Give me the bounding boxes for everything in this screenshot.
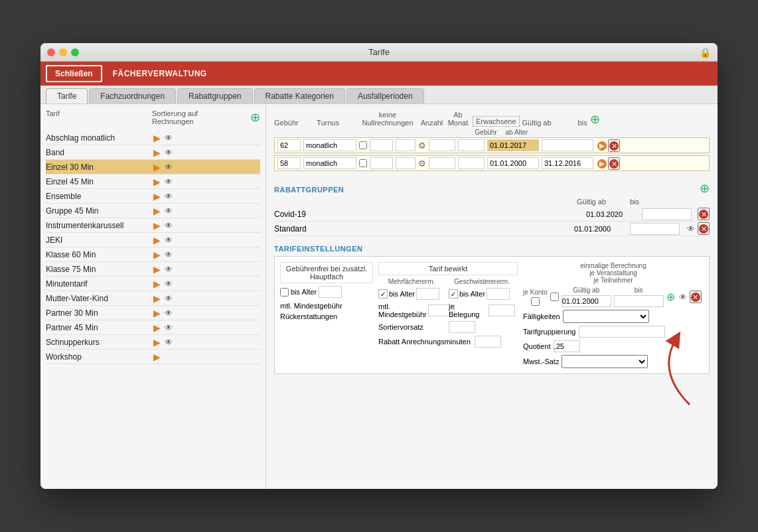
ab-monat-input[interactable] [396, 139, 416, 151]
eye-icon[interactable]: 👁 [163, 206, 174, 216]
navigate-icon[interactable]: ▶ [152, 191, 162, 202]
gultig-ab-header-label: Gültig ab [522, 119, 552, 127]
navigate-icon[interactable]: ▶ [152, 147, 162, 158]
eye-icon[interactable]: 👁 [163, 220, 174, 231]
navigate-icon[interactable]: ▶ [152, 308, 162, 318]
sortiervorsatz-input[interactable] [449, 321, 475, 333]
gebuhr-input[interactable] [277, 139, 301, 151]
bis-alter-value1[interactable] [319, 286, 342, 298]
anzahl-input[interactable] [370, 157, 393, 169]
keine-null-checkbox[interactable] [359, 159, 367, 167]
delete-button[interactable]: ✕ [608, 157, 620, 170]
navigate-icon[interactable]: ▶ [152, 322, 162, 333]
gebuhr-input[interactable] [277, 157, 301, 169]
left-panel: Tarif Sortierung auf Rechnungen ⊕ Abschl… [40, 104, 266, 489]
rabatt-bis-input[interactable] [630, 223, 680, 235]
list-item: Mutter-Vater-Kind ▶ 👁 [46, 291, 260, 306]
navigate-icon[interactable]: ▶ [152, 133, 162, 143]
gear-icon[interactable]: ⚙ [418, 159, 426, 168]
add-rabatt-button[interactable]: ⊕ [700, 182, 710, 194]
je-konto-checkbox[interactable] [523, 297, 548, 306]
navigate-icon[interactable]: ▶ [152, 352, 162, 362]
delete-tarifeinst-button[interactable]: ✕ [690, 291, 702, 303]
erw-alter-input[interactable] [458, 139, 485, 151]
erw-alter-input[interactable] [458, 157, 485, 169]
falligkeiten-select[interactable] [563, 310, 649, 323]
erw-geb-input[interactable] [429, 139, 455, 151]
tarifgruppierung-input[interactable] [579, 326, 665, 338]
gultig-ab-tarifeinst-input[interactable] [562, 295, 611, 307]
navigate-icon[interactable]: ▶ [152, 162, 162, 172]
erw-geb-input[interactable] [429, 157, 455, 169]
quotient-input[interactable] [554, 340, 580, 352]
gebuhrenfrei-checkbox[interactable] [280, 288, 289, 297]
je-belegung-value[interactable] [489, 304, 515, 316]
list-item: JEKI ▶ 👁 [46, 233, 260, 247]
turnus-input[interactable] [303, 157, 356, 169]
anzahl-input[interactable] [370, 139, 393, 151]
eye-icon[interactable]: 👁 [163, 133, 174, 143]
eye-tarifeinst-icon[interactable]: 👁 [678, 293, 688, 302]
delete-button[interactable]: ✕ [608, 139, 620, 152]
eye-icon[interactable]: 👁 [163, 322, 174, 333]
eye-icon[interactable]: 👁 [163, 279, 174, 289]
eye-icon[interactable]: 👁 [163, 147, 174, 158]
tarif-actions: ▶ 👁 [152, 162, 174, 172]
navigate-icon[interactable]: ▶ [152, 337, 162, 348]
bis-alter-value2[interactable] [416, 288, 439, 300]
navigate-icon[interactable]: ▶ [152, 293, 162, 304]
eye-icon[interactable]: 👁 [163, 249, 174, 260]
eye-icon[interactable]: 👁 [163, 162, 174, 172]
tab-fachzuordnungen[interactable]: Fachzuordnungen [89, 88, 176, 103]
eye-icon[interactable]: 👁 [163, 176, 174, 187]
eye-icon[interactable]: 👁 [163, 191, 174, 202]
add-tarif-button[interactable]: ⊕ [250, 111, 260, 123]
tarif-name: Einzel 30 Min [46, 163, 152, 172]
mwst-satz-select[interactable] [562, 355, 648, 368]
tarif-actions: ▶ 👁 [152, 176, 174, 187]
navigate-icon[interactable]: ▶ [152, 220, 162, 231]
eye-icon[interactable]: 👁 [163, 235, 174, 245]
ab-monat-input[interactable] [396, 157, 416, 169]
navigate-icon[interactable]: ▶ [152, 206, 162, 216]
schliessen-button[interactable]: Schließen [46, 65, 102, 82]
keine-null-checkbox[interactable] [359, 141, 367, 149]
eye-icon[interactable]: 👁 [163, 264, 174, 275]
close-button[interactable] [47, 48, 55, 56]
maximize-button[interactable] [71, 48, 79, 56]
navigate-icon[interactable]: ▶ [152, 249, 162, 260]
rabatt-bis-input[interactable] [642, 208, 692, 220]
navigate-icon[interactable]: ▶ [152, 176, 162, 187]
nav-button[interactable]: ▶ [597, 140, 607, 151]
turnus-input[interactable] [303, 139, 356, 151]
navigate-icon[interactable]: ▶ [152, 264, 162, 275]
rabatt-header: Gültig ab bis [274, 198, 710, 207]
add-tarifeinst-button[interactable]: ⊕ [666, 292, 675, 302]
eye-icon[interactable]: 👁 [163, 337, 174, 348]
bis-input[interactable] [542, 157, 593, 169]
tab-rabatte-kategorien[interactable]: Rabatte Kategorien [254, 88, 345, 103]
add-tarif-row-button[interactable]: ⊕ [590, 112, 600, 127]
delete-rabatt-button[interactable]: ✕ [698, 222, 710, 235]
eye-icon[interactable]: 👁 [163, 293, 174, 304]
minimize-button[interactable] [59, 48, 67, 56]
eye-icon[interactable]: 👁 [686, 222, 696, 235]
navigate-icon[interactable]: ▶ [152, 235, 162, 245]
rabatt-anrech-input[interactable] [475, 336, 501, 348]
bis-alter-value3[interactable] [487, 288, 510, 300]
tab-rabattgruppen[interactable]: Rabattgruppen [177, 88, 252, 103]
einmalig-checkbox[interactable] [550, 293, 559, 301]
navigate-icon[interactable]: ▶ [152, 279, 162, 289]
gear-icon[interactable]: ⚙ [418, 141, 426, 151]
eye-icon[interactable]: 👁 [163, 308, 174, 318]
tab-ausfallperioden[interactable]: Ausfallperioden [346, 88, 424, 103]
bis-input[interactable] [542, 139, 593, 151]
geschwister-check-icon: ✓ [449, 289, 458, 299]
bis-tarifeinst-input[interactable] [614, 295, 664, 307]
nav-button[interactable]: ▶ [597, 158, 607, 168]
tab-tarife[interactable]: Tarife [46, 88, 88, 103]
gultig-ab-input[interactable] [487, 139, 539, 151]
delete-rabatt-button[interactable]: ✕ [698, 208, 710, 220]
gultig-ab-input[interactable] [487, 157, 539, 169]
facherverwaltung-button[interactable]: FÄCHERVERWALTUNG [105, 66, 215, 81]
